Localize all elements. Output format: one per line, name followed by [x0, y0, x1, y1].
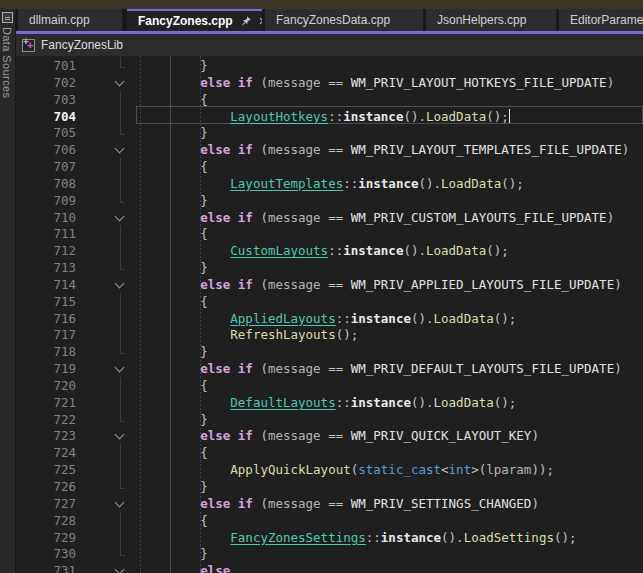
- line-number: 715: [16, 294, 76, 309]
- data-sources-label: Data Sources: [1, 27, 15, 98]
- line-number: 711: [16, 226, 76, 241]
- line-number: 728: [16, 513, 76, 528]
- code-text: else if (message == WM_PRIV_SETTINGS_CHA…: [140, 496, 539, 511]
- code-line-730[interactable]: 730 }: [16, 545, 643, 562]
- code-line-715[interactable]: 715 {: [16, 293, 643, 310]
- code-text: }: [140, 260, 208, 275]
- tab-editorparamete[interactable]: EditorParamete: [559, 9, 643, 31]
- fold-guide: [112, 158, 128, 175]
- code-line-708[interactable]: 708 LayoutTemplates::instance().LoadData…: [16, 175, 643, 192]
- code-line-716[interactable]: 716 AppliedLayouts::instance().LoadData(…: [16, 310, 643, 327]
- line-number: 719: [16, 361, 76, 376]
- code-text: AppliedLayouts::instance().LoadData();: [140, 311, 516, 326]
- fold-guide: [112, 175, 128, 192]
- fold-guide: [112, 259, 128, 276]
- data-sources-side-tab[interactable]: Data Sources: [0, 9, 16, 573]
- document-tab-bar: dllmain.cppFancyZones.cpp×FancyZonesData…: [16, 9, 643, 31]
- code-text: else if (message == WM_PRIV_CUSTOM_LAYOU…: [140, 210, 614, 225]
- code-line-709[interactable]: 709 }: [16, 192, 643, 209]
- line-number: 727: [16, 496, 76, 511]
- fold-guide: [112, 326, 128, 343]
- tab-label: FancyZonesData.cpp: [276, 13, 390, 27]
- fold-chevron-icon[interactable]: [112, 427, 128, 444]
- line-number: 720: [16, 378, 76, 393]
- code-line-704[interactable]: 704 LayoutHotkeys::instance().LoadData()…: [16, 108, 643, 125]
- tab-jsonhelpers-cpp[interactable]: JsonHelpers.cpp: [426, 9, 556, 31]
- code-text: {: [140, 445, 208, 460]
- fold-chevron-icon[interactable]: [112, 141, 128, 158]
- code-line-723[interactable]: 723 else if (message == WM_PRIV_QUICK_LA…: [16, 427, 643, 444]
- tab-label: EditorParamete: [570, 13, 643, 27]
- fold-chevron-icon[interactable]: [112, 360, 128, 377]
- data-sources-icon: [2, 12, 13, 23]
- code-line-714[interactable]: 714 else if (message == WM_PRIV_APPLIED_…: [16, 276, 643, 293]
- line-number: 721: [16, 395, 76, 410]
- code-text: }: [140, 193, 208, 208]
- code-line-719[interactable]: 719 else if (message == WM_PRIV_DEFAULT_…: [16, 360, 643, 377]
- code-line-728[interactable]: 728 {: [16, 512, 643, 529]
- fold-guide: [112, 343, 128, 360]
- code-text: }: [140, 412, 208, 427]
- fold-guide: [112, 57, 128, 74]
- code-line-721[interactable]: 721 DefaultLayouts::instance().LoadData(…: [16, 394, 643, 411]
- project-dropdown[interactable]: FancyZonesLib: [41, 38, 123, 52]
- fold-guide: [112, 124, 128, 141]
- tab-fancyzonesdata-cpp[interactable]: FancyZonesData.cpp: [265, 9, 423, 31]
- fold-guide: [112, 242, 128, 259]
- line-number: 705: [16, 125, 76, 140]
- fold-chevron-icon[interactable]: [112, 74, 128, 91]
- pin-icon[interactable]: [240, 15, 252, 27]
- line-number: 718: [16, 344, 76, 359]
- code-text: {: [140, 92, 208, 107]
- code-text: else if (message == WM_PRIV_APPLIED_LAYO…: [140, 277, 622, 292]
- code-line-707[interactable]: 707 {: [16, 158, 643, 175]
- code-line-731[interactable]: 731 else: [16, 562, 643, 573]
- code-line-710[interactable]: 710 else if (message == WM_PRIV_CUSTOM_L…: [16, 209, 643, 226]
- code-line-722[interactable]: 722 }: [16, 411, 643, 428]
- code-text: }: [140, 546, 208, 561]
- line-number: 707: [16, 159, 76, 174]
- code-line-729[interactable]: 729 FancyZonesSettings::instance().LoadS…: [16, 529, 643, 546]
- line-number: 702: [16, 75, 76, 90]
- fold-chevron-icon[interactable]: [112, 495, 128, 512]
- vs-editor-window: Data Sources dllmain.cppFancyZones.cpp×F…: [0, 0, 643, 573]
- fold-chevron-icon[interactable]: [112, 276, 128, 293]
- code-line-717[interactable]: 717 RefreshLayouts();: [16, 326, 643, 343]
- fold-chevron-icon[interactable]: [112, 209, 128, 226]
- fold-guide: [112, 461, 128, 478]
- code-line-705[interactable]: 705 }: [16, 124, 643, 141]
- fold-chevron-icon[interactable]: [112, 562, 128, 573]
- code-text: ApplyQuickLayout(static_cast<int>(lparam…: [140, 462, 554, 477]
- code-editor[interactable]: 701 }702 else if (message == WM_PRIV_LAY…: [16, 56, 643, 573]
- navigation-bar: ++ FancyZonesLib: [16, 34, 643, 56]
- code-line-718[interactable]: 718 }: [16, 343, 643, 360]
- toolbar-edge-strip: [0, 0, 643, 9]
- code-line-727[interactable]: 727 else if (message == WM_PRIV_SETTINGS…: [16, 495, 643, 512]
- code-line-711[interactable]: 711 {: [16, 225, 643, 242]
- code-line-712[interactable]: 712 CustomLayouts::instance().LoadData()…: [16, 242, 643, 259]
- line-number: 709: [16, 193, 76, 208]
- code-text: FancyZonesSettings::instance().LoadSetti…: [140, 530, 577, 545]
- line-number: 712: [16, 243, 76, 258]
- line-number: 726: [16, 479, 76, 494]
- code-text: {: [140, 294, 208, 309]
- code-line-702[interactable]: 702 else if (message == WM_PRIV_LAYOUT_H…: [16, 74, 643, 91]
- code-line-725[interactable]: 725 ApplyQuickLayout(static_cast<int>(lp…: [16, 461, 643, 478]
- code-line-706[interactable]: 706 else if (message == WM_PRIV_LAYOUT_T…: [16, 141, 643, 158]
- code-line-724[interactable]: 724 {: [16, 444, 643, 461]
- cpp-project-icon: ++: [22, 39, 35, 52]
- close-icon[interactable]: ×: [259, 14, 262, 28]
- code-line-713[interactable]: 713 }: [16, 259, 643, 276]
- line-number: 729: [16, 530, 76, 545]
- tab-dllmain-cpp[interactable]: dllmain.cpp: [18, 9, 122, 31]
- code-line-701[interactable]: 701 }: [16, 57, 643, 74]
- fold-guide: [112, 394, 128, 411]
- line-number: 725: [16, 462, 76, 477]
- code-line-720[interactable]: 720 {: [16, 377, 643, 394]
- fold-guide: [112, 444, 128, 461]
- tab-fancyzones-cpp[interactable]: FancyZones.cpp×: [127, 9, 262, 31]
- fold-guide: [112, 225, 128, 242]
- line-number: 724: [16, 445, 76, 460]
- line-number: 723: [16, 428, 76, 443]
- code-line-726[interactable]: 726 }: [16, 478, 643, 495]
